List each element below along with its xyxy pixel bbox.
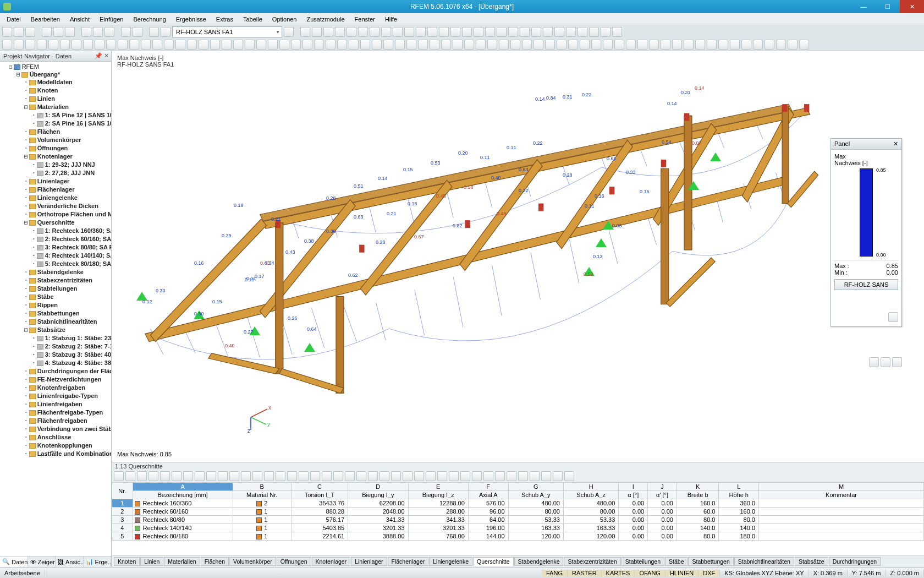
table-tool-icon[interactable] (472, 471, 482, 481)
tool-save-icon[interactable] (25, 27, 35, 37)
tree-item[interactable]: ·Veränderliche Dicken (24, 202, 110, 210)
table-tool-icon[interactable] (414, 471, 424, 481)
tree-item[interactable]: ·Verbindung von zwei Stäb (24, 425, 110, 433)
table-tool-icon[interactable] (160, 471, 170, 481)
menu-einfuegen[interactable]: Einfügen (95, 15, 128, 24)
tool-new-icon[interactable] (2, 27, 12, 37)
toolbar-icon[interactable] (406, 40, 416, 50)
table-tool-icon[interactable] (310, 471, 320, 481)
table-tab[interactable]: Linien (140, 557, 163, 566)
table-tool-icon[interactable] (553, 471, 563, 481)
toolbar-icon[interactable] (83, 40, 93, 50)
table-tab[interactable]: Stäbe (665, 557, 688, 566)
tree-subitem[interactable]: ·4: Rechteck 140/140; SA (32, 252, 110, 260)
model-viewport[interactable]: Max Nachweis [-] RF-HOLZ SANS FA1 (112, 51, 924, 462)
toolbar-icon[interactable] (37, 40, 47, 50)
table-row[interactable]: 3 Rechteck 80/80 1 576.17341.33341.33 64… (112, 516, 924, 524)
table-tab[interactable]: Stabteilungen (622, 557, 664, 566)
toolbar-icon[interactable] (187, 40, 197, 50)
table-tab[interactable]: Volumenkörper (229, 557, 276, 566)
tree-item[interactable]: ·Knotenkopplungen (24, 441, 110, 450)
toolbar-icon[interactable] (476, 40, 486, 50)
table-tool-icon[interactable] (356, 471, 366, 481)
table-tool-icon[interactable] (541, 471, 551, 481)
toolbar-icon[interactable] (614, 40, 624, 50)
panel-close-icon[interactable]: ✕ (893, 140, 898, 148)
toolbar-icon[interactable] (497, 27, 507, 37)
toolbar-icon[interactable] (485, 27, 495, 37)
toolbar-icon[interactable] (95, 40, 105, 50)
toolbar-icon[interactable] (72, 40, 81, 50)
tree-subitem[interactable]: ·2: Stabzug 2: Stäbe: 7-1 (32, 342, 110, 351)
table-tool-icon[interactable] (530, 471, 540, 481)
snap-toggle[interactable]: RASTER (568, 570, 602, 576)
close-button[interactable]: ✕ (900, 0, 924, 13)
tree-item[interactable]: ·Stabnichtlinearitäten (24, 318, 110, 326)
table-tab[interactable]: Stabnichtlinearitäten (734, 557, 794, 566)
toolbar-icon[interactable] (568, 40, 578, 50)
tree-subitem[interactable]: ·1: Stabzug 1: Stäbe: 23- (32, 334, 110, 342)
toolbar-icon[interactable] (730, 40, 740, 50)
toolbar-icon[interactable] (312, 27, 322, 37)
table-tool-icon[interactable] (426, 471, 436, 481)
tree-item[interactable]: ·Liniengelenke (24, 194, 110, 202)
toolbar-icon[interactable] (430, 40, 439, 50)
toolbar-icon[interactable] (799, 40, 809, 50)
toolbar-icon[interactable] (661, 40, 670, 50)
table-tool-icon[interactable] (460, 471, 470, 481)
toolbar-icon[interactable] (545, 40, 555, 50)
tool-results-icon[interactable] (133, 27, 142, 37)
toolbar-icon[interactable] (210, 40, 220, 50)
toolbar-icon[interactable] (510, 40, 520, 50)
table-tab[interactable]: Liniengelenke (429, 557, 472, 566)
toolbar-icon[interactable] (349, 40, 359, 50)
table-tool-icon[interactable] (391, 471, 401, 481)
toolbar-icon[interactable] (393, 27, 403, 37)
table-tool-icon[interactable] (345, 471, 355, 481)
table-tool-icon[interactable] (322, 471, 332, 481)
menu-extras[interactable]: Extras (212, 15, 238, 24)
palette-icon[interactable] (869, 357, 879, 367)
maximize-button[interactable]: ☐ (876, 0, 900, 13)
loadcase-combo[interactable]: RF-HOLZ SANS FA1 (172, 26, 282, 37)
tree-item[interactable]: ·Flächenlager (24, 186, 110, 194)
toolbar-icon[interactable] (612, 27, 622, 37)
table-tab[interactable]: Materialien (164, 557, 200, 566)
panel-module-button[interactable]: RF-HOLZ SANS (834, 279, 898, 290)
table-tab[interactable]: Stabsätze (795, 557, 828, 566)
tool-next-icon[interactable] (161, 27, 170, 37)
factor-icon[interactable] (881, 357, 890, 367)
toolbar-icon[interactable] (2, 40, 12, 50)
tree-item[interactable]: ·Orthotrope Flächen und M (24, 210, 110, 219)
table-tool-icon[interactable] (518, 471, 528, 481)
nav-tab-zeigen[interactable]: 👁Zeigen (28, 557, 56, 567)
tree-subitem[interactable]: ·3: Stabzug 3: Stäbe: 40, (32, 351, 110, 359)
menu-ansicht[interactable]: Ansicht (65, 15, 94, 24)
tree-item[interactable]: ·Stabendgelenke (24, 268, 110, 276)
tree-subitem[interactable]: ·2: 27,28; JJJ JNN (32, 169, 110, 177)
toolbar-icon[interactable] (441, 40, 451, 50)
toolbar-icon[interactable] (222, 40, 232, 50)
toolbar-icon[interactable] (346, 27, 356, 37)
toolbar-icon[interactable] (381, 27, 391, 37)
menu-hilfe[interactable]: Hilfe (381, 15, 402, 24)
toolbar-icon[interactable] (439, 27, 449, 37)
tree-item[interactable]: ·Anschlüsse (24, 433, 110, 441)
toolbar-icon[interactable] (427, 27, 437, 37)
menu-ergebnisse[interactable]: Ergebnisse (172, 15, 211, 24)
toolbar-icon[interactable] (557, 40, 566, 50)
results-panel[interactable]: Panel✕ Max Nachweis [-] 0.85 0.00 Max :0… (831, 138, 902, 327)
table-tool-icon[interactable] (368, 471, 378, 481)
toolbar-icon[interactable] (314, 40, 324, 50)
snap-toggle[interactable]: KARTES (602, 570, 635, 576)
tree-item[interactable]: ·Rippen (24, 301, 110, 309)
toolbar-icon[interactable] (534, 40, 543, 50)
toolbar-icon[interactable] (416, 27, 426, 37)
toolbar-icon[interactable] (508, 27, 518, 37)
toolbar-icon[interactable] (199, 40, 208, 50)
snap-toggle[interactable]: DXF (698, 570, 720, 576)
table-tool-icon[interactable] (252, 471, 262, 481)
tool-copy-icon[interactable] (81, 27, 91, 37)
toolbar-icon[interactable] (302, 40, 312, 50)
toolbar-icon[interactable] (323, 27, 333, 37)
